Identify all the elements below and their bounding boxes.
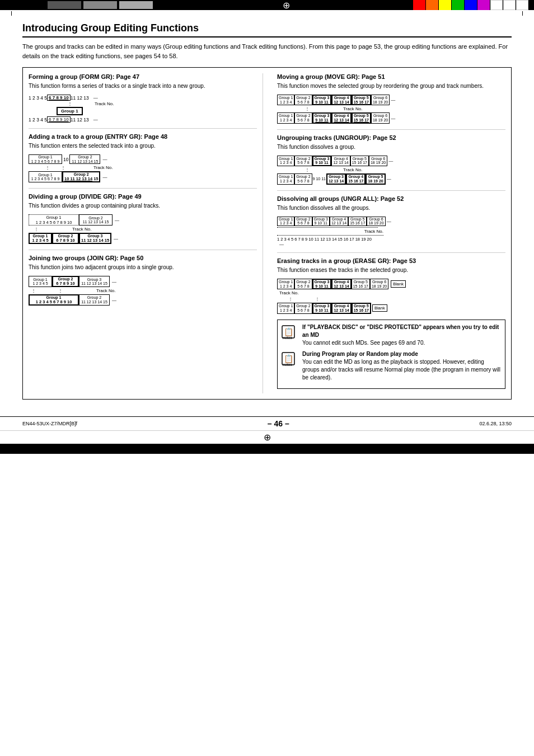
top-bar: ⊕ [0, 0, 534, 10]
footer-left: EN44-53UX-Z7/MDR[B]f [22, 421, 77, 426]
note2-icon: 📋 notes [281, 350, 298, 369]
note2-entry: 📋 notes During Program play or Random pl… [281, 350, 502, 382]
erase-gr-section: Erasing tracks in a group (ERASE GR): Pa… [277, 257, 505, 314]
form-gr-title: Forming a group (FORM GR): Page 47 [29, 73, 257, 80]
ungr-all-section: Dissolving all groups (UNGR ALL): Page 5… [277, 195, 505, 247]
footer-right: 02.6.28, 13:50 [479, 421, 512, 426]
ungr-all-desc: This function dissolves all the groups. [277, 204, 505, 212]
divide-gr-title: Dividing a group (DIVIDE GR): Page 49 [29, 193, 257, 200]
note1-entry: 📋 notes If "PLAYBACK DISC" or "DISC PROT… [281, 323, 502, 347]
move-gr-title: Moving a group (MOVE GR): Page 51 [277, 73, 505, 80]
right-column: Moving a group (MOVE GR): Page 51 This f… [274, 73, 505, 393]
svg-text:notes: notes [283, 363, 293, 367]
two-col-layout: Forming a group (FORM GR): Page 47 This … [22, 67, 512, 400]
notes-box: 📋 notes If "PLAYBACK DISC" or "DISC PROT… [277, 320, 505, 389]
entry-gr-diagram: Group 1 1 2 3 4 5 6 7 8 9 10 Group 2 11 … [29, 154, 257, 182]
join-gr-desc: This function joins two adjacent groups … [29, 264, 257, 271]
move-gr-diagram: Group 11 2 3 4 Group 25 6 7 8 Group 39 1… [277, 95, 505, 124]
erase-gr-title: Erasing tracks in a group (ERASE GR): Pa… [277, 257, 505, 264]
entry-gr-section: Adding a track to a group (ENTRY GR): Pa… [29, 133, 257, 182]
ungroup-desc: This function dissolves a group. [277, 143, 505, 151]
move-gr-desc: This function moves the selected group b… [277, 82, 505, 90]
page-title: Introducing Group Editing Functions [22, 22, 512, 37]
bottom-center-symbol: ⊕ [264, 432, 271, 443]
ungr-all-title: Dissolving all groups (UNGR ALL): Page 5… [277, 195, 505, 202]
main-content: Introducing Group Editing Functions The … [0, 17, 534, 411]
ungroup-section: Ungrouping tracks (UNGROUP): Page 52 Thi… [277, 134, 505, 185]
ungr-all-diagram: Group 11 2 3 4 Group 25 6 7 8 Group 39 1… [277, 217, 505, 247]
note1-text: If "PLAYBACK DISC" or "DISC PROTECTED" a… [302, 323, 502, 347]
erase-gr-desc: This function erases the tracks in the s… [277, 266, 505, 274]
join-gr-title: Joining two groups (JOIN GR): Page 50 [29, 255, 257, 261]
erase-gr-diagram: Group 11 2 3 4 Group 25 6 7 8 Group 39 1… [277, 279, 505, 314]
divide-gr-desc: This function divides a group containing… [29, 202, 257, 210]
note1-icon: 📋 notes [281, 323, 298, 342]
left-column: Forming a group (FORM GR): Page 47 This … [29, 73, 263, 393]
intro-text: The groups and tracks can be edited in m… [22, 42, 512, 60]
page-footer: EN44-53UX-Z7/MDR[B]f – 46 – 02.6.28, 13:… [0, 416, 534, 430]
bottom-bar [0, 444, 534, 454]
footer-center: – 46 – [268, 419, 289, 428]
svg-text:notes: notes [283, 336, 293, 340]
divide-gr-section: Dividing a group (DIVIDE GR): Page 49 Th… [29, 193, 257, 244]
entry-gr-title: Adding a track to a group (ENTRY GR): Pa… [29, 133, 257, 140]
join-gr-diagram: Group 1 1 2 3 4 5 Group 2 6 7 8 9 10 Gro… [29, 276, 257, 306]
form-gr-section: Forming a group (FORM GR): Page 47 This … [29, 73, 257, 123]
ungroup-title: Ungrouping tracks (UNGROUP): Page 52 [277, 134, 505, 141]
note2-text: During Program play or Random play mode … [302, 350, 502, 382]
entry-gr-desc: This function enters the selected track … [29, 142, 257, 150]
join-gr-section: Joining two groups (JOIN GR): Page 50 Th… [29, 255, 257, 306]
form-gr-desc: This function forms a series of tracks o… [29, 82, 257, 90]
move-gr-section: Moving a group (MOVE GR): Page 51 This f… [277, 73, 505, 124]
divide-gr-diagram: Group 1 1 2 3 4 5 6 7 8 9 10 Group 2 11 … [29, 214, 257, 244]
ungroup-diagram: Group 11 2 3 4 Group 25 6 7 8 Group 39 1… [277, 156, 505, 185]
form-gr-diagram: 1 2 3 4 5 6 7 8 9 10 11 12 13 — ⋮ Track … [29, 95, 257, 123]
